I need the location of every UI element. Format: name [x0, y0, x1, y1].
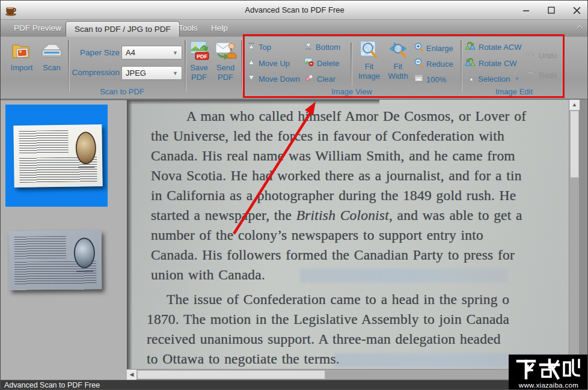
tab-tools[interactable]: Tools: [170, 20, 206, 37]
thumbnail-page-2[interactable]: [8, 230, 102, 290]
paper-size-select[interactable]: A4 ▼: [121, 46, 182, 59]
compression-label: Compression: [67, 68, 120, 77]
portrait-photo: [73, 237, 95, 268]
image-view-group-label: Image View: [243, 87, 460, 97]
app-window: Advanced Scan to PDF Free PDF Preview Sc…: [0, 0, 588, 390]
top-button[interactable]: Top: [247, 41, 271, 52]
reduce-button[interactable]: Reduce: [414, 58, 453, 69]
selection-button[interactable]: Selection ▼: [465, 73, 519, 84]
preview-text: A man who called himself Amor De Cosmos,…: [127, 108, 569, 369]
portrait-caption: [77, 270, 94, 272]
scan-group-label: Scan to PDF: [3, 87, 241, 97]
scan-icon: [38, 41, 66, 63]
tab-help[interactable]: Help: [203, 20, 236, 37]
thumbnail-text-lines: [14, 236, 67, 259]
document-preview[interactable]: A man who called himself Amor De Cosmos,…: [127, 100, 569, 369]
main-content: A man who called himself Amor De Cosmos,…: [1, 100, 588, 380]
save-pdf-icon: PDF: [186, 40, 212, 63]
scroll-up-icon[interactable]: ▲: [569, 100, 580, 110]
horizontal-scrollbar[interactable]: ◀ ▶: [127, 369, 569, 379]
compression-select[interactable]: JPEG ▼: [121, 66, 182, 80]
paper-size-value: A4: [126, 48, 173, 57]
scan-button[interactable]: Scan: [38, 41, 66, 73]
preview-text-line: Canada. His followers formed the Canadia…: [127, 247, 569, 267]
close-button[interactable]: [571, 4, 583, 16]
thumbnail-text-lines: [19, 130, 69, 154]
move-down-button[interactable]: Move Down: [247, 73, 300, 84]
fit-image-label: Fit Image: [355, 62, 383, 81]
move-up-label: Move Up: [259, 59, 290, 68]
minimize-button[interactable]: [520, 4, 532, 16]
zoom-100-label: 100%: [426, 75, 446, 84]
maximize-button[interactable]: [545, 4, 557, 16]
fit-image-icon: [355, 40, 383, 62]
import-icon: [5, 41, 38, 63]
redo-icon: [525, 70, 536, 81]
status-text: Advanced Scan to PDF Free: [4, 381, 100, 389]
portrait-photo: [75, 132, 96, 164]
move-up-button[interactable]: Move Up: [247, 58, 290, 69]
scan-label: Scan: [38, 63, 66, 73]
redo-button[interactable]: Redo: [525, 70, 557, 81]
save-pdf-label: Save PDF: [186, 63, 212, 82]
bottom-label: Bottom: [316, 43, 340, 52]
fit-width-icon: [384, 40, 412, 62]
horizontal-scroll-thumb[interactable]: [137, 370, 325, 379]
ribbon: Import Scan Paper Size A4 ▼ Compression …: [1, 37, 588, 100]
fit-width-button[interactable]: Fit Width: [384, 40, 412, 81]
undo-icon: [525, 50, 536, 61]
paper-size-label: Paper Size: [72, 48, 120, 57]
fit-image-button[interactable]: Fit Image: [355, 40, 383, 81]
tab-pdf-preview[interactable]: PDF Preview: [5, 20, 70, 37]
collapse-ribbon-icon[interactable]: [575, 23, 584, 32]
preview-text-line: 1870. The motion in the Legislative Asse…: [127, 311, 569, 331]
scroll-left-icon[interactable]: ◀: [127, 370, 136, 380]
vertical-scrollbar[interactable]: ▲ ▼: [569, 100, 579, 369]
rotate-cw-button[interactable]: Rotate CW: [465, 58, 517, 69]
rotate-acw-icon: [465, 41, 476, 53]
thumbnail-page-1[interactable]: [13, 124, 102, 187]
reduce-label: Reduce: [426, 59, 453, 69]
vertical-scroll-thumb[interactable]: [570, 111, 579, 178]
zoom-100-button[interactable]: 100%: [414, 74, 446, 85]
delete-button[interactable]: Delete: [304, 58, 340, 69]
import-label: Import: [5, 63, 38, 73]
thumbnail-panel: [1, 100, 127, 380]
undo-label: Undo: [539, 51, 557, 60]
fit-width-label: Fit Width: [384, 62, 412, 81]
send-pdf-icon: [212, 40, 239, 63]
delete-icon: [304, 58, 314, 69]
send-pdf-button[interactable]: Send PDF: [212, 40, 239, 82]
save-pdf-button[interactable]: PDF Save PDF: [186, 40, 212, 82]
top-label: Top: [259, 43, 271, 52]
preview-text-line: Canada. His real name was William Smith,…: [127, 148, 569, 168]
preview-text-line: to Ottawa to negotiate the terms.: [127, 351, 569, 369]
rotate-cw-icon: [465, 57, 476, 69]
window-title: Advanced Scan to PDF Free: [1, 5, 588, 14]
preview-text-line: received unanimous support. A three-man …: [127, 331, 569, 351]
dropdown-arrow-icon: ▼: [173, 50, 178, 56]
preview-text-line: number of the colony’s newspapers to sup…: [127, 227, 569, 247]
enlarge-icon: [414, 43, 423, 54]
undo-button[interactable]: Undo: [525, 50, 557, 61]
clear-label: Clear: [317, 75, 335, 84]
portrait-caption: [79, 166, 94, 168]
preview-text-line: The issue of Confederation came to a hea…: [127, 291, 569, 311]
import-button[interactable]: Import: [5, 41, 38, 73]
redo-label: Redo: [539, 71, 557, 80]
clear-icon: [304, 73, 314, 84]
thumbnail-selection: [5, 105, 108, 207]
move-down-label: Move Down: [259, 75, 300, 84]
bottom-button[interactable]: Bottom: [304, 41, 340, 52]
move-down-icon: [247, 73, 256, 84]
selection-label: Selection: [478, 75, 510, 84]
preview-text-line: in California as a photographer during t…: [127, 187, 569, 207]
tab-scan-to-pdf[interactable]: Scan to PDF / JPG to PDF: [66, 21, 180, 37]
selection-dropdown-icon: ▼: [514, 76, 519, 82]
move-up-icon: [247, 58, 256, 69]
enlarge-button[interactable]: Enlarge: [414, 43, 453, 53]
delete-label: Delete: [317, 59, 340, 68]
clear-button[interactable]: Clear: [304, 73, 335, 84]
rotate-acw-button[interactable]: Rotate ACW: [465, 41, 522, 52]
watermark-logo: [516, 358, 582, 380]
